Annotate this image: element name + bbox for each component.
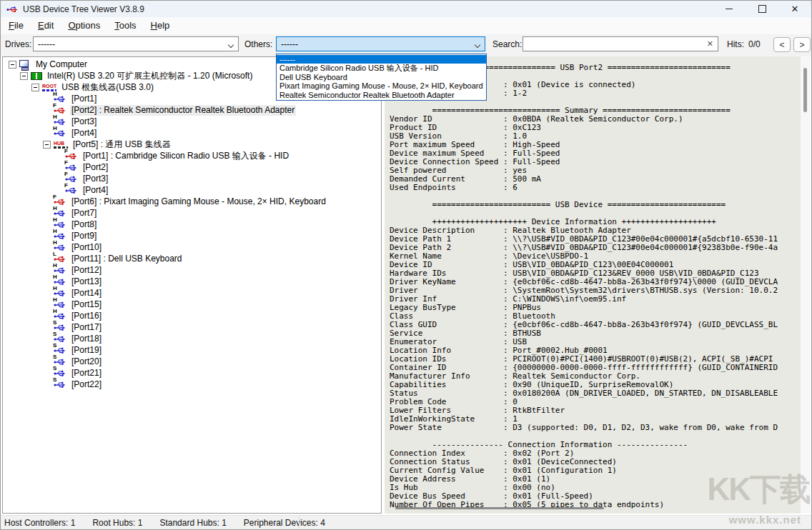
tree-row[interactable]: F[Port2] [3, 161, 381, 173]
tree-row[interactable]: S[Port21] [3, 367, 381, 379]
details-text: ========================== USB Port2 ===… [385, 56, 778, 509]
menu-item-edit[interactable]: Edit [31, 17, 61, 34]
clear-search-icon[interactable]: ✕ [707, 39, 713, 49]
tree-row[interactable]: S[Port20] [3, 356, 381, 367]
tree-row[interactable]: F[Port4] [3, 184, 381, 196]
tree-label: [Port14] [70, 288, 103, 299]
dropdown-item[interactable]: Cambridge Silicon Radio USB 输入设备 - HID [277, 64, 486, 72]
status-item: Host Controllers: 1 [4, 518, 75, 528]
tree-row[interactable]: HUB[Port5] : 通用 USB 集线器 [3, 139, 381, 150]
hits-count: 0/0 [748, 39, 761, 49]
tree-label: [Port6] : Pixart Imaging Gaming Mouse - … [70, 196, 327, 207]
app-window: USB Device Tree Viewer V3.8.9 ✕ FileEdit… [0, 0, 812, 530]
next-hit-button[interactable]: > [793, 37, 811, 52]
tree-row[interactable]: H[Port8] [3, 219, 381, 230]
computer-icon [19, 60, 31, 69]
tree-label: My Computer [34, 59, 89, 70]
tree-label: [Port12] [70, 265, 103, 276]
tree-label: [Port16] [70, 311, 103, 321]
tree-label: [Port15] [70, 299, 103, 310]
tree-label: [Port18] [70, 334, 103, 344]
minimize-button[interactable] [713, 1, 746, 17]
collapse-icon[interactable] [9, 61, 16, 69]
tree-label: [Port7] [70, 208, 98, 219]
maximize-button[interactable] [746, 1, 778, 17]
root-hub-icon: ROOT [42, 84, 56, 91]
tree-row[interactable]: H[Port9] [3, 230, 381, 241]
tree-label: [Port4] [81, 185, 109, 196]
host-controller-icon [31, 72, 42, 80]
tree-row[interactable]: H[Port15] [3, 299, 381, 310]
dropdown-item[interactable]: ------ [277, 55, 486, 64]
tree-row[interactable]: H[Port3] [3, 116, 381, 127]
tree-row[interactable]: S[Port17] [3, 321, 381, 333]
tree-label: Intel(R) USB 3.20 可扩展主机控制器 - 1.20 (Micro… [46, 71, 254, 81]
dropdown-item[interactable]: Dell USB Keyboard [277, 73, 486, 81]
others-value: ------ [281, 39, 298, 49]
others-label: Others: [244, 39, 272, 49]
previous-hit-button[interactable]: < [773, 37, 791, 52]
vertical-scrollbar[interactable] [801, 56, 811, 514]
tree-row[interactable]: H[Port4] [3, 127, 381, 139]
tree-label: [Port13] [70, 276, 103, 287]
tree-row[interactable]: S[Port22] [3, 379, 381, 390]
search-box: ✕ [523, 36, 718, 51]
status-bar-divider [299, 516, 299, 528]
device-tree: My ComputerIntel(R) USB 3.20 可扩展主机控制器 - … [3, 57, 381, 390]
tree-label: [Port10] [70, 242, 103, 253]
tree-row[interactable]: H[Port10] [3, 241, 381, 253]
tree-label: [Port2] [81, 162, 109, 173]
status-item: Peripheral Devices: 4 [244, 518, 325, 528]
drives-combobox[interactable]: ------ [33, 36, 239, 51]
tree-row[interactable]: H[Port13] [3, 276, 381, 287]
tree-label: [Port1] [70, 94, 98, 104]
collapse-icon[interactable] [20, 72, 28, 80]
search-input[interactable] [526, 38, 705, 51]
dropdown-item[interactable]: Pixart Imaging Gaming Mouse - Mouse, 2× … [277, 81, 486, 90]
tree-row[interactable]: H[Port7] [3, 207, 381, 219]
title-bar: USB Device Tree Viewer V3.8.9 ✕ [1, 1, 811, 17]
tree-label: [Port9] [70, 231, 98, 241]
vertical-scrollbar-thumb[interactable] [803, 68, 807, 112]
collapse-icon[interactable] [43, 141, 51, 149]
tree-row[interactable]: L[Port11] : Dell USB Keyboard [3, 253, 381, 264]
menu-item-help[interactable]: Help [144, 17, 177, 34]
tree-row[interactable]: F[Port3] [3, 173, 381, 184]
tree-row[interactable]: H[Port16] [3, 310, 381, 321]
others-combobox[interactable]: ------ [276, 36, 485, 51]
menu-item-file[interactable]: File [1, 17, 31, 34]
tree-label: [Port2] : Realtek Semiconductor Realtek … [70, 105, 296, 116]
status-item: Root Hubs: 1 [92, 518, 142, 528]
tree-row[interactable]: F[Port6] : Pixart Imaging Gaming Mouse -… [3, 196, 381, 207]
usb-port-icon: F [65, 186, 79, 194]
watermark-url: www.kkx.net [729, 514, 801, 526]
horizontal-scrollbar-thumb[interactable] [395, 507, 604, 509]
tree-row[interactable]: H[Port14] [3, 287, 381, 299]
tree-label: [Port3] [70, 116, 98, 127]
others-dropdown-list: ------Cambridge Silicon Radio USB 输入设备 -… [276, 54, 487, 101]
tree-label: [Port20] [70, 356, 103, 367]
usb-port-icon: H [54, 129, 67, 137]
menu-item-options[interactable]: Options [61, 17, 107, 34]
search-label: Search: [492, 39, 522, 49]
usb-port-icon: S [54, 380, 67, 389]
tree-row[interactable]: F[Port1] : Cambridge Silicon Radio USB 输… [3, 150, 381, 161]
tree-label: [Port1] : Cambridge Silicon Radio USB 输入… [81, 151, 290, 161]
chevron-down-icon [475, 43, 480, 48]
tree-label: [Port8] [70, 219, 98, 230]
tree-row[interactable]: S[Port18] [3, 333, 381, 344]
tree-label: [Port21] [70, 368, 103, 379]
close-button[interactable]: ✕ [778, 1, 811, 17]
drives-label: Drives: [5, 39, 31, 49]
menu-item-tools[interactable]: Tools [107, 17, 143, 34]
tree-panel: My ComputerIntel(R) USB 3.20 可扩展主机控制器 - … [2, 56, 382, 514]
tree-row[interactable]: H[Port12] [3, 264, 381, 276]
tree-label: [Port22] [70, 379, 103, 390]
tree-row[interactable]: F[Port2] : Realtek Semiconductor Realtek… [3, 104, 381, 116]
details-panel[interactable]: ========================== USB Port2 ===… [385, 56, 811, 514]
tree-row[interactable]: S[Port19] [3, 344, 381, 356]
collapse-icon[interactable] [31, 84, 39, 91]
dropdown-item[interactable]: Realtek Semiconductor Realtek Bluetooth … [277, 91, 486, 99]
status-bar: Host Controllers: 1Root Hubs: 1Standard … [1, 515, 811, 529]
watermark-text: KK下载 [707, 469, 810, 511]
